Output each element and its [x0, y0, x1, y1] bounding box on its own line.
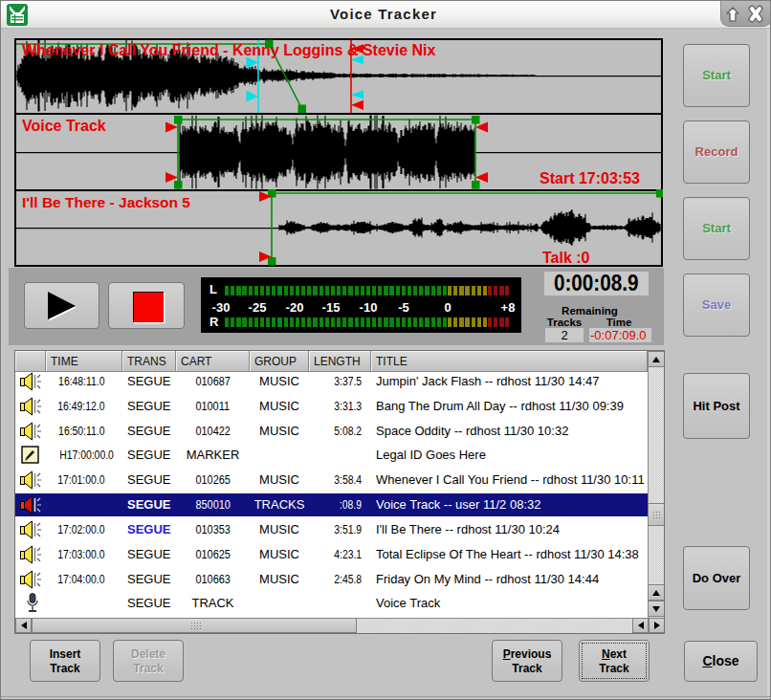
svg-text:I'll Be There - Jackson 5: I'll Be There - Jackson 5 [22, 194, 190, 210]
svg-text:Talk :0: Talk :0 [542, 250, 590, 266]
svg-text:Voice Track: Voice Track [22, 118, 106, 134]
svg-text:Start 17:03:53: Start 17:03:53 [540, 170, 640, 186]
svg-text:Whenever I Call You Friend - K: Whenever I Call You Friend - Kenny Loggi… [22, 42, 435, 58]
